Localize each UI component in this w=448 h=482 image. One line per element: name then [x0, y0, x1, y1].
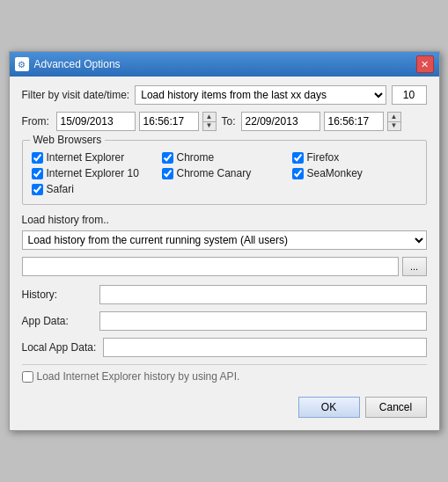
- ie-api-checkbox[interactable]: [22, 371, 33, 383]
- to-spin-up-icon[interactable]: ▲: [388, 113, 400, 122]
- from-time-input[interactable]: [139, 112, 199, 131]
- history-field-input[interactable]: [99, 285, 427, 304]
- dialog-content: Filter by visit date/time: Load history …: [10, 77, 439, 430]
- to-date-input[interactable]: [241, 112, 320, 131]
- ie10-checkbox[interactable]: [32, 168, 43, 179]
- to-label: To:: [220, 115, 238, 128]
- appdata-field-label: App Data:: [22, 315, 92, 327]
- seamonkey-checkbox[interactable]: [292, 168, 304, 179]
- local-appdata-field-input[interactable]: [103, 338, 426, 357]
- load-history-label: Load history from..: [22, 214, 427, 226]
- seamonkey-label: SeaMonkey: [307, 167, 363, 179]
- ie-checkbox[interactable]: [32, 152, 43, 164]
- to-time-input[interactable]: [324, 112, 384, 131]
- from-date-input[interactable]: [56, 112, 136, 131]
- firefox-label: Firefox: [307, 151, 340, 164]
- local-appdata-field-row: Local App Data:: [22, 338, 427, 357]
- local-appdata-field-label: Local App Data:: [22, 341, 97, 354]
- ie-label: Internet Explorer: [47, 151, 125, 164]
- filter-select[interactable]: Load history items from the last xx days: [135, 85, 386, 105]
- days-input[interactable]: [392, 85, 427, 105]
- from-label: From:: [22, 115, 53, 128]
- browsers-group-title: Web Browsers: [30, 134, 106, 146]
- to-spin-down-icon[interactable]: ▼: [388, 122, 400, 131]
- chrome-canary-checkbox[interactable]: [162, 168, 173, 179]
- close-button[interactable]: ✕: [416, 55, 434, 73]
- chrome-canary-label: Chrome Canary: [177, 167, 252, 179]
- browser-safari: Safari: [32, 183, 157, 195]
- browsers-group: Web Browsers Internet Explorer Chrome Fi…: [22, 140, 427, 205]
- path-input[interactable]: [22, 257, 399, 276]
- filter-row: Filter by visit date/time: Load history …: [22, 85, 427, 105]
- browser-firefox: Firefox: [292, 151, 417, 164]
- browser-ie: Internet Explorer: [32, 151, 157, 164]
- load-history-section: Load history from.. Load history from th…: [22, 214, 427, 257]
- history-field-label: History:: [22, 288, 92, 301]
- button-row: OK Cancel: [22, 391, 427, 421]
- appdata-field-input[interactable]: [99, 311, 427, 331]
- spin-down-icon[interactable]: ▼: [203, 122, 216, 131]
- safari-checkbox[interactable]: [32, 184, 43, 195]
- appdata-field-row: App Data:: [22, 311, 427, 331]
- safari-label: Safari: [47, 183, 74, 195]
- browser-seamonkey: SeaMonkey: [292, 167, 417, 179]
- browse-button[interactable]: ...: [402, 257, 427, 276]
- advanced-options-dialog: ⚙ Advanced Options ✕ Filter by visit dat…: [9, 51, 440, 431]
- path-row: ...: [22, 257, 427, 276]
- firefox-checkbox[interactable]: [292, 152, 304, 164]
- chrome-checkbox[interactable]: [162, 152, 173, 164]
- ie10-label: Internet Explorer 10: [47, 167, 139, 179]
- filter-label: Filter by visit date/time:: [22, 89, 130, 101]
- cancel-button[interactable]: Cancel: [365, 397, 427, 418]
- spin-up-icon[interactable]: ▲: [203, 113, 216, 122]
- from-time-spin[interactable]: ▲ ▼: [202, 112, 217, 131]
- date-row: From: ▲ ▼ To: ▲ ▼: [22, 112, 427, 131]
- separator: [22, 364, 427, 365]
- ok-button[interactable]: OK: [298, 397, 360, 418]
- browser-chrome-canary: Chrome Canary: [162, 167, 287, 179]
- dialog-icon: ⚙: [15, 57, 29, 71]
- ie-api-label: Load Internet Explorer history by using …: [37, 370, 240, 383]
- browser-grid: Internet Explorer Chrome Firefox Interne…: [32, 151, 417, 195]
- titlebar: ⚙ Advanced Options ✕: [10, 52, 439, 77]
- load-history-select[interactable]: Load history from the current running sy…: [22, 230, 427, 250]
- history-field-row: History:: [22, 285, 427, 304]
- browser-chrome: Chrome: [162, 151, 287, 164]
- chrome-label: Chrome: [177, 151, 215, 164]
- titlebar-left: ⚙ Advanced Options: [15, 57, 121, 71]
- dialog-title: Advanced Options: [34, 58, 121, 70]
- ie-api-row: Load Internet Explorer history by using …: [22, 370, 427, 383]
- to-time-spin[interactable]: ▲ ▼: [387, 112, 401, 131]
- browser-ie10: Internet Explorer 10: [32, 167, 157, 179]
